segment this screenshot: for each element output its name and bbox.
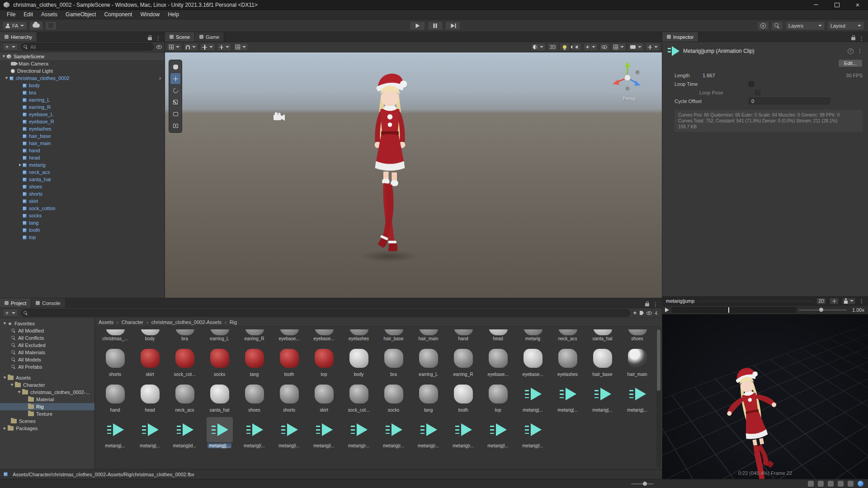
- asset-item[interactable]: body: [132, 329, 167, 341]
- asset-item[interactable]: earring_R: [237, 329, 272, 341]
- hierarchy-item[interactable]: top: [0, 234, 165, 241]
- hierarchy-item[interactable]: neck_acs: [0, 169, 165, 176]
- hierarchy-item[interactable]: tang: [0, 219, 165, 226]
- preview-2d-toggle[interactable]: 2D: [816, 298, 826, 305]
- menu-item[interactable]: Component: [100, 10, 136, 19]
- hierarchy-search-input[interactable]: [21, 43, 154, 51]
- menu-item[interactable]: GameObject: [61, 10, 100, 19]
- asset-item[interactable]: hair_base: [585, 346, 620, 377]
- open-prefab-arrow[interactable]: [159, 75, 161, 81]
- draw-mode-dropdown[interactable]: [167, 43, 182, 51]
- cloud-services-button[interactable]: [29, 21, 43, 30]
- search-by-import-icon[interactable]: [633, 311, 637, 315]
- asset-item[interactable]: metarig|r...: [376, 417, 411, 448]
- edit-button[interactable]: Edit...: [838, 59, 863, 67]
- tab-game[interactable]: Game: [195, 32, 224, 42]
- preview-speed-slider[interactable]: [799, 310, 847, 310]
- panel-menu-icon[interactable]: [156, 35, 161, 42]
- preview-menu-icon[interactable]: [859, 298, 864, 304]
- status-bar-icon[interactable]: [808, 481, 814, 487]
- play-button[interactable]: [410, 21, 425, 30]
- asset-item[interactable]: metarig|l...: [237, 417, 272, 448]
- asset-item[interactable]: metarig|...: [620, 381, 655, 413]
- lock-icon[interactable]: [148, 37, 152, 40]
- folder-assets[interactable]: Assets: [0, 374, 94, 381]
- asset-item[interactable]: sock_cot...: [167, 346, 202, 377]
- preview-pivot-toggle[interactable]: [830, 298, 839, 305]
- folder-packages[interactable]: Packages: [0, 425, 94, 432]
- cycle-offset-input[interactable]: 0: [749, 98, 830, 104]
- asset-item[interactable]: sock_cot...: [341, 381, 376, 413]
- asset-item[interactable]: eyelashes: [550, 346, 585, 377]
- tab-project[interactable]: Project: [0, 298, 31, 308]
- cloud-notification-icon[interactable]: [858, 481, 863, 487]
- folder-material[interactable]: Material: [0, 396, 94, 403]
- asset-item[interactable]: earring_L: [202, 329, 237, 341]
- folder-character-assets[interactable]: christmas_clothes_0002-...: [0, 389, 94, 396]
- asset-item[interactable]: top: [481, 381, 515, 413]
- asset-item[interactable]: hand: [98, 381, 132, 413]
- gizmos-dropdown[interactable]: [646, 43, 660, 51]
- expand-arrow[interactable]: [3, 56, 5, 58]
- menu-item[interactable]: Window: [136, 10, 164, 19]
- loop-time-checkbox[interactable]: [749, 81, 754, 87]
- tab-hierarchy[interactable]: Hierarchy: [0, 32, 37, 42]
- search-by-label-icon[interactable]: [640, 311, 644, 315]
- asset-item[interactable]: earring_R: [446, 346, 481, 377]
- view-orientation-gizmo[interactable]: [609, 59, 646, 97]
- expand-arrow[interactable]: [11, 384, 14, 386]
- hierarchy-scene-row[interactable]: SampleScene: [0, 53, 165, 60]
- grid-visibility-dropdown[interactable]: [611, 43, 626, 51]
- folder-character[interactable]: Character: [0, 381, 94, 389]
- asset-item[interactable]: hair_main: [411, 329, 446, 341]
- project-search-input[interactable]: [21, 309, 630, 317]
- minimize-button[interactable]: [806, 0, 826, 10]
- asset-item[interactable]: metarig|...: [515, 381, 550, 413]
- version-history-button[interactable]: [757, 21, 769, 30]
- favorite-item[interactable]: All Conflicts: [0, 334, 94, 342]
- tab-scene[interactable]: Scene: [165, 32, 195, 42]
- hierarchy-item[interactable]: hair_base: [0, 132, 165, 140]
- lighting-toggle[interactable]: [560, 43, 570, 51]
- folder-scenes[interactable]: Scenes: [0, 418, 94, 425]
- layout-dropdown[interactable]: Layout: [827, 21, 864, 30]
- tab-inspector[interactable]: Inspector: [662, 32, 698, 42]
- hierarchy-item[interactable]: eyebase_R: [0, 118, 165, 125]
- asset-item[interactable]: head: [132, 381, 167, 413]
- hierarchy-item[interactable]: body: [0, 82, 165, 89]
- menu-item[interactable]: Edit: [19, 10, 37, 19]
- context-menu-icon[interactable]: [857, 48, 863, 54]
- menu-item[interactable]: Assets: [37, 10, 61, 19]
- asset-item[interactable]: skirt: [132, 346, 167, 377]
- scene-character[interactable]: [355, 68, 425, 267]
- grid-snap-toggle[interactable]: [233, 43, 248, 51]
- asset-item[interactable]: metarig|j...: [202, 417, 237, 448]
- account-dropdown[interactable]: FA: [2, 21, 27, 30]
- asset-item[interactable]: tang: [237, 346, 272, 377]
- breadcrumb-item[interactable]: Rig: [222, 319, 237, 325]
- favorites-header[interactable]: Favorites: [0, 320, 94, 327]
- asset-item[interactable]: shoes: [237, 381, 272, 413]
- expand-arrow[interactable]: [18, 391, 21, 394]
- scene-visibility-icon[interactable]: [156, 45, 162, 49]
- package-manager-button[interactable]: [45, 21, 57, 30]
- breadcrumb-item[interactable]: christmas_clothes_0002-Assets: [143, 319, 222, 325]
- lock-icon[interactable]: [851, 37, 855, 40]
- folder-rig[interactable]: Rig: [0, 403, 94, 410]
- create-asset-button[interactable]: [3, 309, 18, 317]
- hierarchy-item[interactable]: eyebase_L: [0, 111, 165, 118]
- scale-tool-button[interactable]: [170, 97, 180, 108]
- perspective-label[interactable]: Persp: [623, 96, 636, 101]
- asset-item[interactable]: metarig|l...: [515, 417, 550, 448]
- asset-item[interactable]: top: [307, 346, 341, 377]
- asset-item[interactable]: hand: [446, 329, 481, 341]
- hierarchy-item[interactable]: tooth: [0, 226, 165, 234]
- asset-item[interactable]: socks: [202, 346, 237, 377]
- hierarchy-item[interactable]: hair_main: [0, 140, 165, 147]
- rect-tool-button[interactable]: [170, 108, 180, 119]
- asset-item[interactable]: metarig|l...: [307, 417, 341, 448]
- restore-button[interactable]: [826, 0, 847, 10]
- move-tool-button[interactable]: [170, 73, 180, 84]
- asset-item[interactable]: santa_hat: [202, 381, 237, 413]
- camera-settings-dropdown[interactable]: [628, 43, 644, 51]
